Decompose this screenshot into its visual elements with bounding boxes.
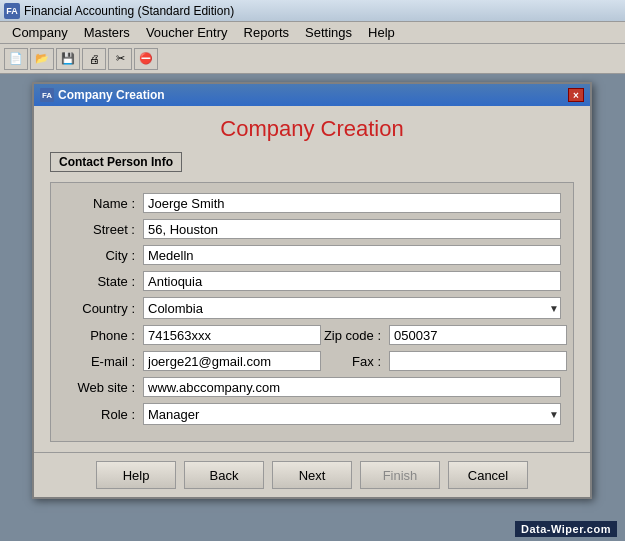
state-label: State : [63, 274, 143, 289]
toolbar-new-btn[interactable]: 📄 [4, 48, 28, 70]
next-button[interactable]: Next [272, 461, 352, 489]
toolbar-exit-btn[interactable]: ⛔ [134, 48, 158, 70]
button-row: Help Back Next Finish Cancel [34, 452, 590, 497]
dialog-close-button[interactable]: × [568, 88, 584, 102]
watermark: Data-Wiper.com [515, 521, 617, 537]
email-group: E-mail : [63, 351, 321, 371]
role-label: Role : [63, 407, 143, 422]
state-row: State : [63, 271, 561, 291]
name-input[interactable] [143, 193, 561, 213]
dialog-title-content: FA Company Creation [40, 88, 165, 102]
menu-settings[interactable]: Settings [297, 23, 360, 42]
zipcode-label: Zip code : [321, 328, 389, 343]
menu-bar: Company Masters Voucher Entry Reports Se… [0, 22, 625, 44]
app-title: Financial Accounting (Standard Edition) [24, 4, 234, 18]
name-label: Name : [63, 196, 143, 211]
dialog-body: Company Creation Contact Person Info Nam… [34, 106, 590, 452]
toolbar: 📄 📂 💾 🖨 ✂ ⛔ [0, 44, 625, 74]
role-row: Role : Manager Director Staff ▼ [63, 403, 561, 425]
role-select[interactable]: Manager Director Staff [143, 403, 561, 425]
name-row: Name : [63, 193, 561, 213]
toolbar-delete-btn[interactable]: ✂ [108, 48, 132, 70]
street-row: Street : [63, 219, 561, 239]
country-select[interactable]: Colombia United States Mexico [143, 297, 561, 319]
city-row: City : [63, 245, 561, 265]
zipcode-input[interactable] [389, 325, 567, 345]
toolbar-print-btn[interactable]: 🖨 [82, 48, 106, 70]
website-label: Web site : [63, 380, 143, 395]
role-select-wrapper: Manager Director Staff ▼ [143, 403, 561, 425]
app-title-bar: FA Financial Accounting (Standard Editio… [0, 0, 625, 22]
fax-group: Fax : [321, 351, 567, 371]
finish-button[interactable]: Finish [360, 461, 440, 489]
app-icon: FA [4, 3, 20, 19]
toolbar-open-btn[interactable]: 📂 [30, 48, 54, 70]
email-fax-row: E-mail : Fax : [63, 351, 561, 371]
state-input[interactable] [143, 271, 561, 291]
background-area: FA Company Creation × Company Creation C… [0, 74, 625, 541]
city-label: City : [63, 248, 143, 263]
dialog-heading: Company Creation [50, 116, 574, 142]
phone-zip-row: Phone : Zip code : [63, 325, 561, 345]
menu-masters[interactable]: Masters [76, 23, 138, 42]
country-row: Country : Colombia United States Mexico … [63, 297, 561, 319]
phone-group: Phone : [63, 325, 321, 345]
cancel-button[interactable]: Cancel [448, 461, 528, 489]
dialog-title-text: Company Creation [58, 88, 165, 102]
website-row: Web site : [63, 377, 561, 397]
fax-input[interactable] [389, 351, 567, 371]
menu-company[interactable]: Company [4, 23, 76, 42]
company-creation-dialog: FA Company Creation × Company Creation C… [32, 82, 592, 499]
street-label: Street : [63, 222, 143, 237]
menu-voucher-entry[interactable]: Voucher Entry [138, 23, 236, 42]
menu-help[interactable]: Help [360, 23, 403, 42]
website-input[interactable] [143, 377, 561, 397]
dialog-title-bar: FA Company Creation × [34, 84, 590, 106]
country-select-wrapper: Colombia United States Mexico ▼ [143, 297, 561, 319]
back-button[interactable]: Back [184, 461, 264, 489]
menu-reports[interactable]: Reports [236, 23, 298, 42]
city-input[interactable] [143, 245, 561, 265]
zip-group: Zip code : [321, 325, 567, 345]
email-input[interactable] [143, 351, 321, 371]
toolbar-save-btn[interactable]: 💾 [56, 48, 80, 70]
phone-input[interactable] [143, 325, 321, 345]
street-input[interactable] [143, 219, 561, 239]
fax-label: Fax : [321, 354, 389, 369]
section-label: Contact Person Info [50, 152, 182, 172]
email-label: E-mail : [63, 354, 143, 369]
form-area: Name : Street : City : State : [50, 182, 574, 442]
dialog-icon: FA [40, 88, 54, 102]
phone-label: Phone : [63, 328, 143, 343]
country-label: Country : [63, 301, 143, 316]
help-button[interactable]: Help [96, 461, 176, 489]
